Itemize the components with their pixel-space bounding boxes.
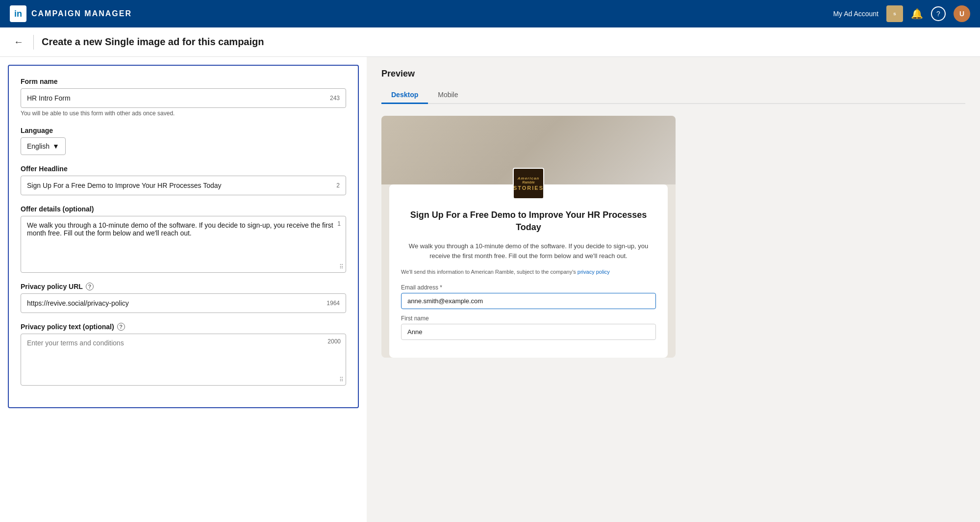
privacy-url-char-count: 1964 xyxy=(325,300,340,307)
ad-account-thumbnail[interactable]: S xyxy=(886,5,903,22)
privacy-text-char-count: 2000 xyxy=(327,338,341,345)
privacy-text-label: Privacy policy text (optional) ? xyxy=(21,323,346,331)
nav-logo-area: in CAMPAIGN MANAGER xyxy=(10,5,132,22)
help-icon[interactable]: ? xyxy=(931,6,946,21)
offer-headline-input-wrapper[interactable]: 2 xyxy=(21,176,346,195)
privacy-url-field: Privacy policy URL ? 1964 xyxy=(21,283,346,313)
tab-mobile[interactable]: Mobile xyxy=(428,87,468,104)
ad-description: We walk you through a 10-minute demo of … xyxy=(401,241,656,261)
language-field: Language English ▼ xyxy=(21,127,346,155)
ad-preview-hero: American Ramble STORIES xyxy=(381,116,676,184)
ad-email-label: Email address * xyxy=(401,284,656,291)
form-name-label: Form name xyxy=(21,78,346,85)
form-name-char-count: 243 xyxy=(325,95,340,102)
form-name-input[interactable] xyxy=(27,94,325,102)
privacy-text-textarea-wrapper[interactable]: 2000 ⠿ xyxy=(21,334,346,386)
header-divider xyxy=(33,35,34,50)
offer-details-field: Offer details (optional) 1 We walk you t… xyxy=(21,205,346,273)
form-container: Form name 243 You will be able to use th… xyxy=(8,65,359,408)
company-logo: American Ramble STORIES xyxy=(513,168,544,199)
offer-headline-field: Offer Headline 2 xyxy=(21,165,346,195)
company-name: STORIES xyxy=(513,185,544,191)
privacy-text-help-icon[interactable]: ? xyxy=(117,323,125,331)
privacy-url-input-wrapper[interactable]: 1964 xyxy=(21,293,346,313)
back-button[interactable]: ← xyxy=(12,34,25,50)
ad-headline: Sign Up For a Free Demo to Improve Your … xyxy=(401,209,656,234)
ad-privacy-notice: We'll send this information to American … xyxy=(401,268,656,276)
ad-preview-card: Sign Up For a Free Demo to Improve Your … xyxy=(389,184,668,358)
privacy-notice-link[interactable]: privacy policy xyxy=(578,269,610,275)
sub-header: ← Create a new Single image ad for this … xyxy=(0,27,980,57)
preview-title: Preview xyxy=(381,69,965,79)
textarea-resize-handle: ⠿ xyxy=(339,263,344,270)
form-name-field: Form name 243 You will be able to use th… xyxy=(21,78,346,117)
left-panel: Form name 243 You will be able to use th… xyxy=(0,57,367,522)
ad-account-label: My Ad Account xyxy=(833,10,879,18)
privacy-textarea-resize-handle: ⠿ xyxy=(339,376,344,383)
ad-email-field: Email address * anne.smith@example.com xyxy=(401,284,656,309)
offer-details-label: Offer details (optional) xyxy=(21,205,346,213)
app-title: CAMPAIGN MANAGER xyxy=(31,9,132,18)
offer-details-textarea[interactable]: We walk you through a 10-minute demo of … xyxy=(27,221,340,265)
tab-desktop[interactable]: Desktop xyxy=(381,87,428,104)
notification-icon[interactable]: 🔔 xyxy=(911,8,923,20)
privacy-url-input[interactable] xyxy=(27,299,325,307)
avatar-text: U xyxy=(959,10,964,18)
main-layout: Form name 243 You will be able to use th… xyxy=(0,57,980,522)
page-title: Create a new Single image ad for this ca… xyxy=(42,36,264,48)
nav-right-area: My Ad Account S 🔔 ? U xyxy=(833,5,970,22)
company-logo-container: American Ramble STORIES xyxy=(513,168,544,199)
ad-firstname-input: Anne xyxy=(401,324,656,340)
privacy-url-label: Privacy policy URL ? xyxy=(21,283,346,290)
offer-details-char-count: 1 xyxy=(337,220,341,227)
ad-email-input: anne.smith@example.com xyxy=(401,293,656,309)
form-name-input-wrapper[interactable]: 243 xyxy=(21,88,346,108)
language-dropdown-arrow: ▼ xyxy=(52,142,59,150)
preview-tabs: Desktop Mobile xyxy=(381,87,965,104)
privacy-notice-prefix: We'll send this information to American … xyxy=(401,269,578,275)
offer-details-textarea-wrapper[interactable]: 1 We walk you through a 10-minute demo o… xyxy=(21,216,346,273)
form-name-hint: You will be able to use this form with o… xyxy=(21,110,346,117)
privacy-text-textarea[interactable] xyxy=(27,339,340,378)
offer-headline-label: Offer Headline xyxy=(21,165,346,173)
right-panel: Preview Desktop Mobile American Ramble S… xyxy=(367,57,980,522)
ad-preview-outer: American Ramble STORIES Sign Up For a Fr… xyxy=(381,116,676,358)
linkedin-logo: in xyxy=(10,5,26,22)
ad-firstname-field: First name Anne xyxy=(401,315,656,340)
privacy-text-field: Privacy policy text (optional) ? 2000 ⠿ xyxy=(21,323,346,386)
ad-firstname-label: First name xyxy=(401,315,656,322)
offer-headline-char-count: 2 xyxy=(325,182,340,189)
language-select[interactable]: English ▼ xyxy=(21,137,66,155)
top-navigation: in CAMPAIGN MANAGER My Ad Account S 🔔 ? … xyxy=(0,0,980,27)
language-value: English xyxy=(27,142,50,150)
privacy-url-help-icon[interactable]: ? xyxy=(86,283,94,290)
user-avatar[interactable]: U xyxy=(954,5,970,22)
logo-text: in xyxy=(14,9,22,19)
offer-headline-input[interactable] xyxy=(27,182,325,189)
language-label: Language xyxy=(21,127,346,134)
